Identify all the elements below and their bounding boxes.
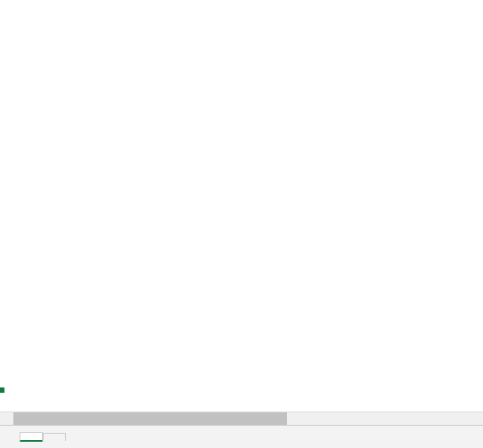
tab-and-function[interactable]	[20, 432, 43, 442]
scroll-left-icon[interactable]	[0, 412, 13, 426]
horizontal-scrollbar[interactable]	[0, 411, 483, 425]
scroll-right-icon[interactable]	[470, 412, 483, 426]
tab-or-function[interactable]	[43, 433, 66, 441]
scroll-track[interactable]	[13, 412, 470, 425]
scroll-thumb[interactable]	[13, 412, 287, 425]
sheet-tab-bar	[0, 425, 483, 448]
